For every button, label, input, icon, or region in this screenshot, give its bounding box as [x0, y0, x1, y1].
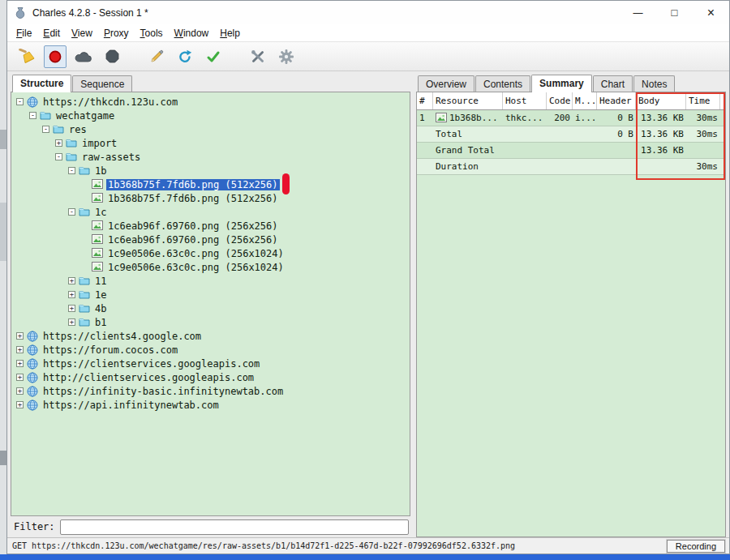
- tools-icon[interactable]: [247, 45, 269, 68]
- tree-item[interactable]: +4b: [11, 301, 410, 315]
- tree-item-label: https://forum.cocos.com: [41, 344, 179, 356]
- collapse-toggle-icon[interactable]: -: [42, 126, 49, 133]
- expand-toggle-icon[interactable]: +: [16, 346, 24, 353]
- tree-item[interactable]: +http://clientservices.googleapis.com: [11, 370, 410, 384]
- table-row[interactable]: Total0 B13.36 KB30ms: [417, 126, 725, 143]
- table-row[interactable]: Grand Total13.36 KB: [417, 143, 725, 159]
- window-controls: — □ ×: [620, 1, 729, 24]
- table-row[interactable]: 11b368b...thkc...200i...0 B13.36 KB30ms: [417, 110, 725, 126]
- close-button[interactable]: ×: [693, 1, 729, 24]
- tree-item[interactable]: +https://api.infinitynewtab.com: [11, 398, 410, 412]
- tree-item[interactable]: -https://thkcdn.123u.com: [11, 95, 410, 109]
- tree-item[interactable]: +https://clientservices.googleapis.com: [11, 357, 410, 370]
- column-header-header[interactable]: Header: [597, 92, 636, 109]
- repeat-icon[interactable]: [174, 45, 196, 68]
- expand-toggle-icon[interactable]: +: [68, 291, 75, 298]
- table-row[interactable]: Duration30ms: [417, 159, 725, 175]
- expand-toggle-icon[interactable]: +: [16, 401, 24, 408]
- column-header-host[interactable]: Host: [503, 92, 547, 109]
- background-fragment: [0, 451, 6, 465]
- tab-sequence[interactable]: Sequence: [72, 75, 132, 92]
- expand-toggle-icon[interactable]: +: [68, 318, 75, 326]
- collapse-toggle-icon[interactable]: -: [16, 98, 24, 105]
- tree-item[interactable]: +11: [11, 274, 410, 288]
- maximize-button[interactable]: □: [656, 1, 693, 24]
- host-tree: -https://thkcdn.123u.com-wechatgame-res+…: [11, 92, 410, 412]
- expand-toggle-icon[interactable]: +: [16, 360, 24, 367]
- expand-toggle-icon[interactable]: +: [16, 387, 24, 395]
- tree-item[interactable]: +https://forum.cocos.com: [11, 343, 410, 357]
- validate-icon[interactable]: [202, 45, 225, 68]
- menu-help[interactable]: Help: [214, 25, 246, 41]
- collapse-toggle-icon[interactable]: -: [68, 167, 75, 174]
- filter-input[interactable]: [60, 519, 409, 535]
- tree-item-label: 1c6eab96f.69760.png (256x256): [106, 234, 280, 246]
- menu-tools[interactable]: Tools: [135, 25, 169, 41]
- column-header-m[interactable]: M...: [573, 92, 597, 109]
- tab-chart[interactable]: Chart: [593, 75, 633, 92]
- pane-splitter[interactable]: [410, 75, 416, 537]
- menu-view[interactable]: View: [66, 25, 98, 41]
- expand-toggle-icon[interactable]: +: [68, 305, 75, 312]
- menu-proxy[interactable]: Proxy: [98, 25, 135, 41]
- window-title: Charles 4.2.8 - Session 1 *: [32, 7, 148, 19]
- clear-session-icon[interactable]: [15, 45, 38, 68]
- tab-summary[interactable]: Summary: [531, 75, 592, 92]
- cell-header: 0 B: [597, 126, 636, 142]
- cell-host: thkc...: [503, 110, 547, 126]
- tree-item-label: https://clients4.google.com: [41, 331, 203, 342]
- globe-icon: [27, 331, 39, 342]
- menu-file[interactable]: File: [11, 25, 37, 41]
- expand-toggle-icon[interactable]: +: [68, 277, 75, 284]
- breakpoints-icon[interactable]: [101, 45, 123, 68]
- tree-item[interactable]: -wechatgame: [11, 109, 410, 122]
- minimize-button[interactable]: —: [620, 1, 656, 24]
- collapse-toggle-icon[interactable]: -: [68, 208, 75, 216]
- recording-button[interactable]: Recording: [667, 540, 725, 553]
- tree-item[interactable]: +https://clients4.google.com: [11, 329, 410, 343]
- tree-item[interactable]: -raw-assets: [11, 150, 410, 164]
- menu-window[interactable]: Window: [169, 25, 215, 41]
- cell-: [417, 143, 433, 158]
- column-header-time[interactable]: Time: [686, 92, 720, 109]
- expand-toggle-icon[interactable]: +: [16, 332, 24, 340]
- tree-item[interactable]: 1b368b75f.7fd6b.png (512x256): [11, 191, 410, 205]
- tree-item[interactable]: 1c9e0506e.63c0c.png (256x1024): [11, 246, 410, 260]
- toolbar-gap: [129, 56, 145, 57]
- cell-code: 200: [547, 110, 573, 126]
- tree-item[interactable]: +b1: [11, 315, 410, 329]
- tree-item[interactable]: +1e: [11, 288, 410, 301]
- collapse-toggle-icon[interactable]: -: [55, 153, 62, 160]
- expand-toggle-icon[interactable]: +: [16, 374, 24, 381]
- tree-item[interactable]: 1c9e0506e.63c0c.png (256x1024): [11, 260, 410, 274]
- settings-icon[interactable]: [275, 45, 298, 68]
- status-bar: GET https://thkcdn.123u.com/wechatgame/r…: [7, 537, 729, 554]
- tree-item[interactable]: +import: [11, 136, 410, 150]
- column-header-body[interactable]: Body: [636, 92, 686, 109]
- column-header-resource[interactable]: Resource: [433, 92, 503, 109]
- tree-item[interactable]: 1c6eab96f.69760.png (256x256): [11, 233, 410, 246]
- tab-structure[interactable]: Structure: [12, 75, 71, 92]
- compose-icon[interactable]: [145, 45, 168, 68]
- tree-item[interactable]: 1c6eab96f.69760.png (256x256): [11, 219, 410, 233]
- record-icon[interactable]: [44, 45, 67, 68]
- tab-overview[interactable]: Overview: [418, 75, 474, 92]
- tree-item[interactable]: -1c: [11, 205, 410, 219]
- tab-contents[interactable]: Contents: [475, 75, 530, 92]
- image-icon: [92, 193, 104, 204]
- tree-item-label: 1b368b75f.7fd6b.png (512x256): [106, 179, 280, 190]
- cell-: [417, 159, 433, 174]
- tree-item[interactable]: 1b368b75f.7fd6b.png (512x256): [11, 177, 410, 191]
- column-header-[interactable]: #: [417, 92, 433, 109]
- tree-item-label: import: [80, 138, 118, 149]
- expand-toggle-icon[interactable]: +: [55, 139, 62, 147]
- cell-header: [597, 159, 636, 174]
- column-header-code[interactable]: Code: [547, 92, 573, 109]
- tree-item[interactable]: -res: [11, 122, 410, 136]
- tab-notes[interactable]: Notes: [633, 75, 675, 92]
- throttle-icon[interactable]: [72, 45, 95, 68]
- menu-edit[interactable]: Edit: [37, 25, 66, 41]
- tree-item[interactable]: -1b: [11, 164, 410, 177]
- collapse-toggle-icon[interactable]: -: [29, 112, 36, 119]
- tree-item[interactable]: +https://infinity-basic.infinitynewtab.c…: [11, 384, 410, 398]
